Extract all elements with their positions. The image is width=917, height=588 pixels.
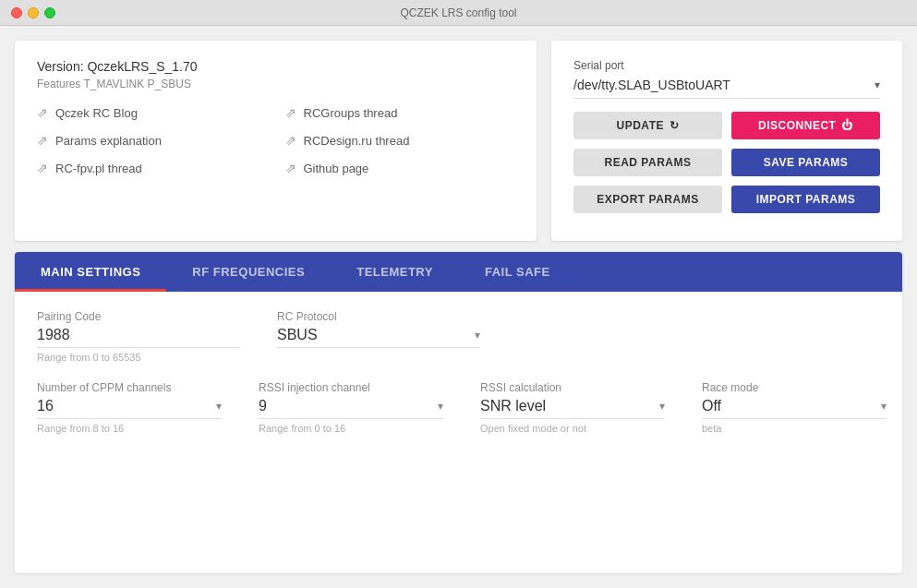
link-github[interactable]: ⇗ Github page [285,161,515,175]
rssi-injection-label: RSSI injection channel [259,381,443,394]
link-icon: ⇗ [285,161,296,175]
rssi-calc-range: Open fixed mode or not [480,423,665,434]
close-button[interactable] [11,7,22,18]
cppm-dropdown-icon: ▾ [216,400,222,413]
cppm-channels-value: 16 [37,398,54,414]
import-params-button[interactable]: IMPORT PARAMS [731,186,880,213]
update-button[interactable]: UPDATE ↻ [573,112,722,139]
main-content: Version: QczekLRS_S_1.70 Features T_MAVL… [0,26,917,588]
window-title: QCZEK LRS config tool [400,6,516,19]
export-params-button[interactable]: EXPORT PARAMS [573,186,722,213]
traffic-lights [11,7,55,18]
rssi-injection-group: RSSI injection channel 9 ▾ Range from 0 … [259,381,443,434]
serial-port-value: /dev/tty.SLAB_USBtoUART [573,78,730,92]
rssi-calculation-label: RSSI calculation [480,381,665,394]
cppm-channels-label: Number of CPPM channels [37,381,222,394]
serial-card: Serial port /dev/tty.SLAB_USBtoUART ▾ UP… [551,41,902,241]
settings-row-1: Pairing Code 1988 Range from 0 to 65535 … [37,310,880,363]
rssi-injection-range: Range from 0 to 16 [259,423,443,434]
rssi-injection-select[interactable]: 9 ▾ [259,398,443,419]
link-icon: ⇗ [285,105,296,120]
link-params-explanation[interactable]: ⇗ Params explanation [37,133,267,148]
rssi-calculation-group: RSSI calculation SNR level ▾ Open fixed … [480,381,665,434]
link-label: RCDesign.ru thread [304,134,410,148]
link-label: RCGroups thread [304,106,398,120]
tabs-container: MAIN SETTINGS RF FREQUENCIES TELEMETRY F… [15,252,902,573]
link-rc-fpv[interactable]: ⇗ RC-fpv.pl thread [37,161,267,175]
links-grid: ⇗ Qczek RC Blog ⇗ RCGroups thread ⇗ Para… [37,105,514,175]
race-mode-select[interactable]: Off ▾ [702,398,887,419]
race-mode-value: Off [702,398,721,414]
serial-label: Serial port [573,59,880,72]
link-rcgroups[interactable]: ⇗ RCGroups thread [285,105,515,120]
refresh-icon: ↻ [670,119,680,132]
link-label: Github page [304,162,369,175]
link-label: Params explanation [55,134,162,148]
link-icon: ⇗ [37,105,48,120]
link-qczek-rc-blog[interactable]: ⇗ Qczek RC Blog [37,105,267,120]
version-text: Version: QczekLRS_S_1.70 [37,59,514,74]
rssi-calculation-select[interactable]: SNR level ▾ [480,398,665,419]
cppm-channels-group: Number of CPPM channels 16 ▾ Range from … [37,381,222,434]
rssi-calc-dropdown-icon: ▾ [659,400,665,413]
race-mode-group: Race mode Off ▾ beta [702,381,887,434]
disconnect-button[interactable]: DISCONNECT ⏻ [731,112,880,139]
power-icon: ⏻ [841,119,853,132]
link-rcdesign[interactable]: ⇗ RCDesign.ru thread [285,133,515,148]
rc-protocol-value: SBUS [277,327,318,343]
maximize-button[interactable] [44,7,55,18]
link-icon: ⇗ [37,133,48,148]
export-import-row: EXPORT PARAMS IMPORT PARAMS [573,186,880,213]
rc-protocol-group: RC Protocol SBUS ▾ [277,310,480,363]
cppm-channels-select[interactable]: 16 ▾ [37,398,222,419]
settings-row-2: Number of CPPM channels 16 ▾ Range from … [37,381,880,434]
minimize-button[interactable] [28,7,39,18]
settings-panel: Pairing Code 1988 Range from 0 to 65535 … [15,292,902,573]
info-card: Version: QczekLRS_S_1.70 Features T_MAVL… [15,41,537,241]
link-label: Qczek RC Blog [55,106,138,120]
read-params-button[interactable]: READ PARAMS [573,149,722,176]
features-text: Features T_MAVLINK P_SBUS [37,78,514,90]
pairing-code-value[interactable]: 1988 [37,327,240,348]
rssi-injection-dropdown-icon: ▾ [438,400,443,413]
rc-protocol-select[interactable]: SBUS ▾ [277,327,480,348]
link-icon: ⇗ [37,161,48,175]
serial-port-select[interactable]: /dev/tty.SLAB_USBtoUART ▾ [573,78,880,99]
race-mode-range: beta [702,423,887,434]
pairing-code-group: Pairing Code 1988 Range from 0 to 65535 [37,310,240,363]
pairing-code-label: Pairing Code [37,310,240,323]
tab-main-settings[interactable]: MAIN SETTINGS [15,252,166,292]
tab-rf-frequencies[interactable]: RF FREQUENCIES [166,252,331,292]
rc-protocol-dropdown-icon: ▾ [475,329,480,342]
link-icon: ⇗ [285,133,296,148]
link-label: RC-fpv.pl thread [55,162,142,175]
race-mode-label: Race mode [702,381,887,394]
tabs-bar: MAIN SETTINGS RF FREQUENCIES TELEMETRY F… [15,252,902,292]
pairing-code-range: Range from 0 to 65535 [37,352,240,363]
serial-dropdown-arrow-icon: ▾ [875,78,880,91]
top-section: Version: QczekLRS_S_1.70 Features T_MAVL… [15,41,902,241]
rssi-injection-value: 9 [259,398,267,414]
tab-fail-safe[interactable]: FAIL SAFE [459,252,576,292]
tab-telemetry[interactable]: TELEMETRY [331,252,459,292]
rc-protocol-label: RC Protocol [277,310,480,323]
save-params-button[interactable]: SAVE PARAMS [731,149,880,176]
rssi-calculation-value: SNR level [480,398,546,414]
race-mode-dropdown-icon: ▾ [881,400,887,413]
titlebar: QCZEK LRS config tool [0,0,917,26]
read-save-row: READ PARAMS SAVE PARAMS [573,149,880,176]
cppm-range: Range from 8 to 16 [37,423,222,434]
update-disconnect-row: UPDATE ↻ DISCONNECT ⏻ [573,112,880,139]
